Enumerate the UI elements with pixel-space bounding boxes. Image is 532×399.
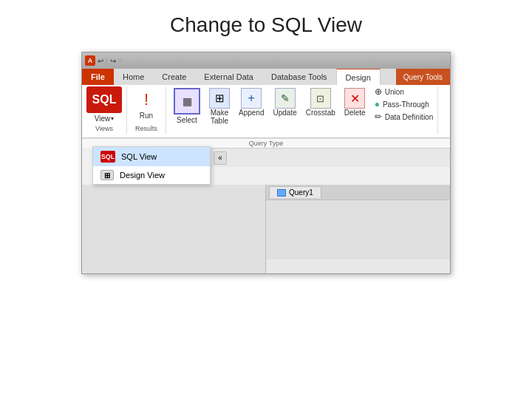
union-button[interactable]: ⊕ Union: [375, 86, 434, 97]
dropdown-item-sql-view[interactable]: SQL SQL View: [93, 147, 210, 166]
screenshot-wrapper: A ↩ | ↪ = File Home Create External Data…: [0, 52, 532, 274]
table-label: Table: [211, 117, 228, 125]
query-type-group: ▦ Select ⊞ Make Table +: [166, 86, 438, 134]
crosstab-btn-area: ⊡ Crosstab: [303, 86, 338, 118]
query-tools-label: Query Tools: [396, 69, 450, 85]
dropdown-item-design-view[interactable]: ⊞ Design View: [93, 166, 210, 184]
ribbon-tabs-row: File Home Create External Data Database …: [82, 69, 450, 85]
run-button[interactable]: ! Run: [132, 86, 161, 121]
dropdown-container: SQL SQL View ⊞ Design View «: [82, 148, 450, 185]
sql-view-label: SQL View: [121, 152, 157, 161]
delete-icon: ✕: [344, 88, 365, 109]
select-icon: ▦: [174, 88, 200, 115]
design-menu-icon: ⊞: [100, 170, 114, 180]
ribbon-content: SQL View ▾ Views ! Run Results: [82, 85, 450, 138]
select-button[interactable]: ▦ Select: [171, 86, 203, 126]
left-panel: [82, 185, 266, 273]
document-area: Query1: [82, 185, 450, 273]
run-label: Run: [140, 112, 153, 120]
tab-design[interactable]: Design: [336, 69, 381, 85]
select-label: Select: [177, 116, 197, 124]
view-group: SQL View ▾ Views: [82, 86, 127, 134]
delete-button[interactable]: ✕ Delete: [341, 86, 369, 118]
update-button[interactable]: ✎ Update: [270, 86, 299, 118]
redo-button[interactable]: ↪: [110, 57, 116, 65]
append-btn-area: + Append: [236, 86, 267, 118]
view-dropdown-arrow: ▾: [111, 115, 114, 122]
tab-database-tools[interactable]: Database Tools: [262, 69, 336, 85]
crosstab-icon: ⊡: [310, 88, 331, 109]
append-label: Append: [239, 109, 264, 117]
select-btn-area: ▦ Select: [171, 86, 203, 126]
separator2: =: [118, 57, 123, 65]
separator: |: [106, 57, 108, 65]
make-label: Make: [211, 109, 228, 117]
sql-icon: SQL: [86, 86, 122, 113]
passthrough-icon: ●: [375, 99, 380, 109]
query-tools-area: Query Tools: [396, 69, 450, 85]
tab-external-data[interactable]: External Data: [195, 69, 262, 85]
view-group-label: Views: [95, 125, 113, 132]
union-label: Union: [385, 88, 404, 96]
ms-access-window: A ↩ | ↪ = File Home Create External Data…: [81, 52, 451, 274]
dropdown-menu: SQL SQL View ⊞ Design View: [92, 146, 211, 185]
data-definition-icon: ✏: [375, 112, 382, 122]
right-panel: Query1: [266, 185, 450, 273]
query-tab-icon: [277, 189, 286, 197]
update-btn-area: ✎ Update: [270, 86, 299, 118]
data-definition-label: Data Definition: [385, 113, 434, 121]
union-icon: ⊕: [375, 86, 382, 97]
run-icon: !: [134, 88, 158, 112]
undo-button[interactable]: ↩: [98, 57, 103, 65]
append-icon: +: [241, 88, 262, 109]
passthrough-button[interactable]: ● Pass-Through: [375, 99, 434, 109]
passthrough-label: Pass-Through: [383, 100, 429, 109]
tab-file[interactable]: File: [82, 69, 114, 85]
page-title: Change to SQL View: [0, 0, 532, 46]
data-definition-button[interactable]: ✏ Data Definition: [375, 112, 434, 122]
query1-tab[interactable]: Query1: [269, 186, 321, 198]
crosstab-label: Crosstab: [306, 109, 335, 117]
collapse-nav-button[interactable]: «: [214, 151, 227, 165]
query-canvas: [266, 200, 450, 259]
run-group-label: Results: [135, 125, 157, 132]
make-table-button[interactable]: ⊞ Make Table: [206, 86, 233, 126]
update-label: Update: [273, 109, 296, 117]
update-icon: ✎: [275, 88, 296, 109]
query-tab-label: Query1: [289, 188, 313, 197]
nav-bar: «: [211, 148, 450, 167]
view-button[interactable]: SQL View ▾: [86, 86, 122, 123]
right-query-buttons: ⊕ Union ● Pass-Through ✏ Data Definition: [372, 86, 434, 122]
title-bar: A ↩ | ↪ =: [82, 52, 450, 69]
design-view-label: Design View: [120, 171, 165, 180]
run-group: ! Run Results: [127, 86, 166, 134]
append-button[interactable]: + Append: [236, 86, 267, 118]
make-table-btn-area: ⊞ Make Table: [206, 86, 233, 126]
crosstab-button[interactable]: ⊡ Crosstab: [303, 86, 338, 118]
delete-label: Delete: [344, 109, 366, 117]
access-logo: A: [85, 55, 95, 66]
delete-btn-area: ✕ Delete: [341, 86, 369, 118]
document-tab-bar: Query1: [266, 185, 450, 200]
tab-create[interactable]: Create: [153, 69, 195, 85]
view-label: View ▾: [95, 115, 115, 123]
tab-home[interactable]: Home: [114, 69, 153, 85]
make-table-icon: ⊞: [209, 88, 230, 109]
sql-menu-icon: SQL: [100, 151, 115, 163]
